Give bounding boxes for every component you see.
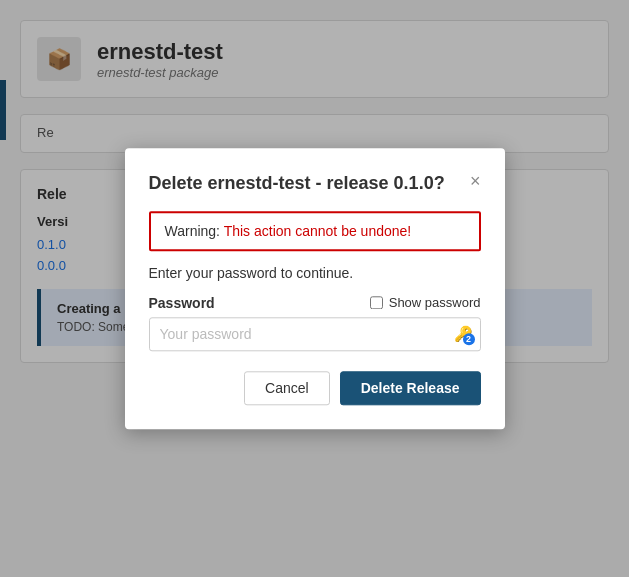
delete-modal: Delete ernestd-test - release 0.1.0? × W… xyxy=(125,148,505,429)
warning-box: Warning: This action cannot be undone! xyxy=(149,211,481,251)
password-icon-wrap: 🔑2 xyxy=(454,325,473,343)
password-label: Password xyxy=(149,295,215,311)
show-password-label: Show password xyxy=(389,296,481,311)
password-input[interactable] xyxy=(149,317,481,351)
password-label-row: Password Show password xyxy=(149,295,481,311)
warning-text: This action cannot be undone! xyxy=(224,223,412,239)
modal-close-button[interactable]: × xyxy=(470,172,481,190)
key-icon: 🔑2 xyxy=(454,325,473,343)
modal-header: Delete ernestd-test - release 0.1.0? × xyxy=(149,172,481,195)
instruction-text: Enter your password to continue. xyxy=(149,265,481,281)
password-input-wrap: 🔑2 xyxy=(149,317,481,351)
delete-release-button[interactable]: Delete Release xyxy=(340,371,481,405)
modal-title: Delete ernestd-test - release 0.1.0? xyxy=(149,172,470,195)
modal-footer: Cancel Delete Release xyxy=(149,371,481,405)
show-password-checkbox[interactable] xyxy=(370,297,383,310)
cancel-button[interactable]: Cancel xyxy=(244,371,330,405)
warning-prefix: Warning: xyxy=(165,223,224,239)
show-password-row: Show password xyxy=(370,296,481,311)
badge-count: 2 xyxy=(463,333,475,345)
